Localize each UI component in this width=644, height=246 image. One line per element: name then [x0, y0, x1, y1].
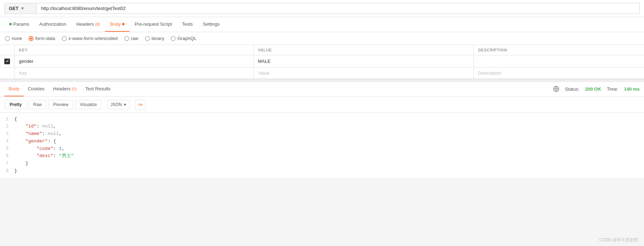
placeholder-checkbox-cell — [0, 67, 15, 79]
status-label: Status: — [565, 86, 579, 92]
tab-settings[interactable]: Settings — [198, 17, 225, 32]
radio-binary-circle — [145, 36, 150, 41]
line-content-2: "id": null, — [14, 123, 644, 130]
json-line-3: 3 "name": null, — [0, 130, 644, 138]
response-status-bar: Status: 200 OK Time: 140 ms — [553, 86, 640, 92]
tab-body[interactable]: Body — [105, 17, 130, 32]
headers-badge: (8) — [95, 22, 100, 26]
row-key-value: gender — [19, 59, 33, 64]
radio-raw-circle — [124, 36, 129, 41]
placeholder-desc-cell[interactable]: Description — [474, 67, 644, 79]
line-num-6: 6 — [0, 153, 14, 160]
line-content-8: } — [14, 167, 644, 175]
tab-tests[interactable]: Tests — [177, 17, 198, 32]
response-tab-headers[interactable]: Headers (5) — [49, 82, 81, 96]
tab-headers[interactable]: Headers (8) — [71, 17, 105, 32]
line-num-5: 5 — [0, 146, 14, 152]
line-content-1: { — [14, 116, 644, 123]
format-type-select[interactable]: JSON ▾ — [107, 100, 130, 109]
radio-form-data-label: form-data — [35, 36, 55, 41]
radio-urlencoded-circle — [62, 36, 67, 41]
radio-form-data[interactable]: form-data — [29, 36, 55, 41]
format-btn-raw[interactable]: Raw — [29, 100, 46, 109]
tab-params[interactable]: Params — [4, 17, 34, 32]
format-bar: Pretty Raw Preview Visualize JSON ▾ ⇒ — [0, 97, 644, 113]
response-tab-headers-label: Headers — [53, 86, 72, 91]
format-btn-visualize[interactable]: Visualize — [75, 100, 102, 109]
col-header-value: VALUE — [253, 45, 474, 55]
radio-binary[interactable]: binary — [145, 36, 164, 41]
json-line-2: 2 "id": null, — [0, 123, 644, 130]
format-type-label: JSON — [111, 102, 122, 107]
json-viewer: 1 { 2 "id": null, 3 "name": null, 4 "gen… — [0, 113, 644, 178]
row-value-value: MALE — [258, 59, 271, 64]
tab-body-label: Body — [110, 21, 121, 27]
json-line-6: 6 "desc": "男士" — [0, 152, 644, 160]
table-placeholder-row: Key Value Description — [0, 67, 644, 79]
response-tab-cookies[interactable]: Cookies — [24, 82, 49, 96]
row-checkbox-cell[interactable] — [0, 55, 15, 67]
line-num-3: 3 — [0, 131, 14, 137]
section-divider — [0, 79, 644, 82]
table-row: gender MALE — [0, 55, 644, 67]
line-content-4: "gender": { — [14, 138, 644, 145]
tab-params-label: Params — [13, 21, 29, 27]
response-tab-cookies-label: Cookies — [28, 86, 45, 91]
radio-raw-label: raw — [131, 36, 139, 41]
col-header-description: DESCRIPTION — [474, 45, 644, 55]
response-tab-test-results[interactable]: Test Results — [81, 82, 115, 96]
col-header-key: KEY — [15, 45, 254, 55]
tab-pre-request-script[interactable]: Pre-request Script — [130, 17, 177, 32]
radio-none-label: none — [12, 36, 22, 41]
params-table: KEY VALUE DESCRIPTION gender MALE Key Va… — [0, 45, 644, 79]
radio-urlencoded[interactable]: x-www-form-urlencoded — [62, 36, 118, 41]
line-num-4: 4 — [0, 138, 14, 145]
radio-raw[interactable]: raw — [124, 36, 139, 41]
placeholder-description: Description — [478, 70, 501, 76]
body-type-row: none form-data x-www-form-urlencoded raw… — [0, 32, 644, 45]
url-input[interactable] — [36, 3, 640, 14]
row-value-cell[interactable]: MALE — [253, 55, 474, 67]
status-value: 200 OK — [585, 86, 601, 92]
row-checkbox[interactable] — [4, 59, 10, 64]
line-num-7: 7 — [0, 160, 14, 167]
response-tab-test-results-label: Test Results — [85, 86, 111, 91]
line-content-3: "name": null, — [14, 130, 644, 138]
row-key-cell[interactable]: gender — [15, 55, 254, 67]
radio-urlencoded-label: x-www-form-urlencoded — [69, 36, 118, 41]
line-num-1: 1 — [0, 116, 14, 123]
radio-graphql[interactable]: GraphQL — [171, 36, 196, 41]
tab-authorization-label: Authorization — [39, 21, 66, 27]
tab-authorization[interactable]: Authorization — [34, 17, 71, 32]
row-desc-cell[interactable] — [474, 55, 644, 67]
params-dot — [9, 23, 12, 25]
radio-none[interactable]: none — [5, 36, 22, 41]
request-tabs: Params Authorization Headers (8) Body Pr… — [0, 17, 644, 32]
tab-pre-request-label: Pre-request Script — [135, 21, 172, 27]
method-label: GET — [9, 6, 19, 11]
line-num-2: 2 — [0, 123, 14, 130]
response-tab-body[interactable]: Body — [4, 82, 24, 96]
response-tabs-row: Body Cookies Headers (5) Test Results St… — [0, 82, 644, 97]
chevron-icon: ▾ — [21, 6, 24, 11]
placeholder-key-cell[interactable]: Key — [15, 67, 254, 79]
radio-graphql-label: GraphQL — [177, 36, 196, 41]
wrap-btn[interactable]: ⇒ — [135, 100, 146, 110]
tab-tests-label: Tests — [182, 21, 193, 27]
response-tab-body-label: Body — [9, 86, 19, 91]
tab-settings-label: Settings — [203, 21, 220, 27]
json-line-5: 5 "code": 1, — [0, 145, 644, 153]
format-chevron-icon: ▾ — [124, 102, 126, 107]
method-select[interactable]: GET ▾ — [4, 3, 36, 14]
col-header-checkbox — [0, 45, 15, 55]
format-btn-preview[interactable]: Preview — [49, 100, 73, 109]
time-label: Time: — [607, 86, 618, 92]
placeholder-value-cell[interactable]: Value — [253, 67, 474, 79]
time-value: 140 ms — [624, 86, 640, 92]
json-line-7: 7 } — [0, 160, 644, 167]
format-btn-pretty[interactable]: Pretty — [5, 100, 26, 109]
radio-none-circle — [5, 36, 10, 41]
line-content-7: } — [14, 160, 644, 167]
json-line-1: 1 { — [0, 116, 644, 123]
line-content-6: "desc": "男士" — [14, 152, 644, 160]
